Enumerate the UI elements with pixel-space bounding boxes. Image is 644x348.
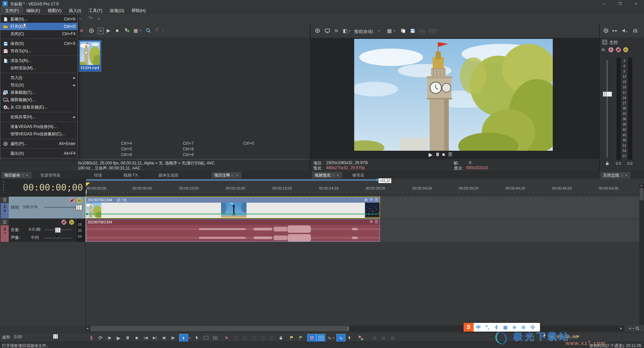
video-track-menu[interactable]: ☰ <box>1 197 9 203</box>
menu-options[interactable]: 选项(O) <box>106 7 128 14</box>
timecode-display[interactable]: 00:00:00;00 <box>0 179 86 197</box>
media-properties-gear-icon[interactable] <box>89 28 94 33</box>
menu-item-save[interactable]: 保存(S)Ctrl+S <box>0 40 77 47</box>
menu-edit[interactable]: 编辑(E) <box>22 7 44 14</box>
record-bus-icon[interactable]: R <box>608 47 613 52</box>
next-frame-button[interactable]: |▶ <box>169 334 177 342</box>
tab-video-fx[interactable]: 视频 FX <box>121 172 141 179</box>
menu-item-exit[interactable]: 退出(X)Alt+F4 <box>0 150 77 157</box>
insert-marker-button[interactable] <box>287 334 296 342</box>
zoom-selection-tool-button[interactable] <box>211 334 219 342</box>
clip-take-icon[interactable]: ⊞ <box>365 198 368 202</box>
zoom-in-icon[interactable]: + <box>629 326 632 331</box>
ime-voice-icon[interactable] <box>492 325 501 330</box>
ime-settings-icon[interactable] <box>528 325 537 330</box>
clip-menu-icon[interactable]: ☰ <box>375 220 378 224</box>
mixer-icon[interactable] <box>633 28 638 33</box>
maximize-button[interactable]: ❐ <box>612 0 628 7</box>
tab-video-preview[interactable]: 视频预览□× <box>312 172 342 179</box>
preview-stop-icon[interactable]: ■ <box>116 28 118 33</box>
menu-item-prepare-vegas-connect[interactable]: 准备VEGAS Pro连接(N)... <box>0 123 77 130</box>
tool-dropdown-icon[interactable]: ▾ <box>188 334 192 342</box>
tab-explorer[interactable]: 资源管理器 <box>38 172 63 179</box>
dropdown-icon[interactable]: ▾ <box>79 17 81 21</box>
auto-preview-icon[interactable] <box>124 27 129 32</box>
video-track-header[interactable]: ☰ 1 ▦ M S! 级别: 100.0 % <box>0 197 86 218</box>
close-button[interactable]: × <box>628 0 644 7</box>
lock-event-button[interactable] <box>277 334 285 342</box>
preview-play-icon[interactable]: ▶ <box>107 28 110 33</box>
clip-menu-icon[interactable]: ☰ <box>375 198 378 202</box>
level-slider-handle[interactable] <box>76 205 82 210</box>
video-mute-icon[interactable]: M <box>69 198 74 203</box>
pan-slider-track[interactable] <box>45 238 71 238</box>
fader-track[interactable] <box>607 60 607 157</box>
mute-icon[interactable]: M <box>616 47 621 52</box>
envelope-tool-button[interactable] <box>193 334 201 342</box>
quality-dropdown-icon[interactable]: ▾ <box>378 29 380 32</box>
audio-track-menu[interactable]: ☰ <box>1 219 9 225</box>
menu-view[interactable]: 视图(V) <box>44 7 65 14</box>
menu-item-manage-vegas-connect[interactable]: 管理VEGAS Pro连接素材(C)... <box>0 130 77 138</box>
remove-media-icon[interactable]: × <box>80 28 83 33</box>
pan-handle-icon[interactable]: ▼ <box>55 234 58 238</box>
split-screen-icon[interactable]: ◧ <box>343 28 347 33</box>
zoom-tool-icon[interactable] <box>635 326 640 331</box>
volume-slider-handle[interactable] <box>55 227 61 233</box>
audio-mute-icon[interactable]: M <box>61 220 66 225</box>
vegas-connect-button[interactable] <box>357 334 365 342</box>
fader-handle[interactable] <box>603 91 612 97</box>
video-fx-icon[interactable]: fx <box>335 28 338 33</box>
tab-project-notes[interactable]: 项目注释□× <box>211 172 241 179</box>
menu-item-save-as[interactable]: 另存为(A)... <box>0 47 77 55</box>
playhead-line[interactable] <box>86 194 86 242</box>
menu-item-share-online[interactable]: 在线共享(H)...▶ <box>0 113 77 121</box>
menu-item-import[interactable]: 导入(I)▶ <box>0 74 77 81</box>
menu-item-new[interactable]: 新建(N)...Ctrl+N <box>0 15 77 23</box>
tab-media-generators[interactable]: 媒体生成器 <box>156 172 181 179</box>
video-clip-header[interactable]: 202307061334 (2 / 2) ⊞ fx ☰ <box>86 197 380 203</box>
menu-item-screenshot[interactable]: 屏幕截图(T)... <box>0 89 77 96</box>
undo-icon[interactable]: ↺ <box>154 27 159 32</box>
menu-item-extract-cd-audio[interactable]: 从 CD 提取音频(E)... <box>0 103 77 111</box>
tab-master-bus[interactable]: 主控总线□× <box>600 172 631 179</box>
menu-item-capture-video[interactable]: 捕获视频(V)... <box>0 96 77 103</box>
rate-slider-handle[interactable] <box>53 334 58 339</box>
pause-button[interactable]: Ⅱ <box>123 334 132 342</box>
play-button[interactable]: ▶ <box>114 334 123 342</box>
lock-icon[interactable] <box>605 161 609 165</box>
clip-fx-icon[interactable]: fx <box>370 198 373 201</box>
stop-button[interactable]: ■ <box>132 334 141 342</box>
external-monitor-icon[interactable] <box>325 28 330 33</box>
dropdown-icon[interactable]: ▾ <box>98 17 100 21</box>
panel-splitter[interactable] <box>310 24 311 171</box>
audio-track-header[interactable]: ☰ 2 ◄ M S! 音量: 0.0 dB 声像: 中间 ▼ <box>0 219 86 242</box>
menu-help[interactable]: 帮助(H) <box>128 7 149 14</box>
adjust-envelopes-button[interactable] <box>345 334 354 342</box>
audio-track-number-strip[interactable]: 2 ◄ <box>1 225 9 242</box>
preview-stop-button[interactable]: ■ <box>442 152 445 157</box>
video-clip[interactable]: 202307061334 (2 / 2) ⊞ fx ☰ <box>86 197 380 218</box>
redo-icon[interactable]: ↷ <box>88 15 93 21</box>
play-from-start-button[interactable]: |▶ <box>105 334 114 342</box>
menu-file[interactable]: 文件(F) <box>1 7 22 14</box>
insert-bus-icon[interactable]: ▸◂ <box>612 28 616 32</box>
record-button[interactable] <box>87 334 96 342</box>
ime-skin-icon[interactable]: ⊕ <box>510 325 519 330</box>
scroll-left-icon[interactable]: ◀ <box>86 327 88 330</box>
menu-item-export[interactable]: 导出(X)▶ <box>0 81 77 89</box>
delete-button[interactable]: × <box>222 334 231 342</box>
preview-pause-button[interactable]: Ⅱ <box>436 152 439 157</box>
lock-envelopes-button[interactable]: ∿ <box>336 334 345 342</box>
go-to-end-button[interactable]: ▶| <box>151 334 159 342</box>
panel-splitter[interactable] <box>599 24 600 171</box>
selection-tool-button[interactable] <box>179 334 188 342</box>
preview-play-button[interactable]: ▶ <box>429 152 433 157</box>
envelope-dropdown-icon[interactable]: ▾ <box>331 334 335 342</box>
prev-frame-button[interactable]: ◀| <box>160 334 168 342</box>
menu-tools[interactable]: 工具(T) <box>85 7 106 14</box>
solo-icon[interactable]: S! <box>623 47 628 52</box>
clip-fx-icon[interactable]: fx <box>370 220 373 223</box>
menu-item-realtime-render[interactable]: 实时渲染(M)... <box>0 64 77 72</box>
video-track-number-strip[interactable]: 1 ▦ <box>1 203 9 218</box>
